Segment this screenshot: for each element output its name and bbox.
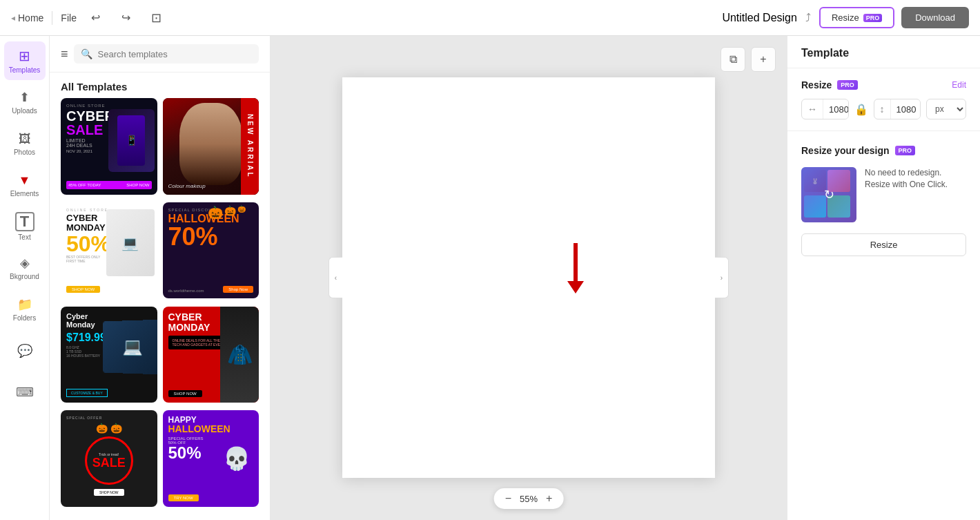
template-card-cyber-sale[interactable]: 📱 ONLINE STORE CYBER SALE LIMITED 24H DE…: [61, 98, 157, 195]
topbar: ◂ Home File ↩ ↪ ⊡ Untitled Design ⤴ Resi…: [0, 0, 980, 36]
bottom-bar: 45% OFF TODAY SHOP NOW: [66, 181, 152, 189]
template-card-cyber-monday-red[interactable]: CYBERMONDAY ONLINE DEALS FOR ALL THE LAT…: [163, 307, 259, 403]
width-input-group: ↔: [801, 99, 849, 119]
folders-icon: 📁: [17, 297, 32, 312]
customize-btn[interactable]: CUSTOMIZE & BUY: [66, 389, 108, 397]
resize-label: Resize: [801, 79, 832, 90]
icon-sidebar: ⊞ Templates ⬆ Uploads 🖼 Photos ▼ Element…: [0, 36, 50, 520]
topbar-divider: [52, 11, 52, 25]
zoom-out-btn[interactable]: −: [505, 492, 511, 505]
background-label: Bkground: [10, 273, 39, 280]
resize-description: No need to redesign. Resize with One Cli…: [865, 168, 948, 189]
template-card-cyber-monday-white[interactable]: ONLINE STORE CYBERMONDAY 50% BEST OFFERS…: [61, 202, 157, 299]
sidebar-item-folders[interactable]: 📁 Folders: [4, 290, 46, 329]
special-offer: SPECIAL OFFER: [66, 416, 102, 420]
resize-button[interactable]: Resize PRO: [819, 7, 894, 28]
edit-link[interactable]: Edit: [952, 80, 966, 90]
home-label: Home: [18, 12, 43, 23]
home-button[interactable]: ◂ Home: [11, 12, 43, 23]
search-input[interactable]: [98, 49, 252, 59]
pumpkin-area: 🎃 🎃 🎃: [208, 205, 256, 220]
share-icon[interactable]: ⤴: [805, 12, 811, 24]
text-icon: T: [15, 212, 35, 231]
shop-now-halloween[interactable]: Shop Now: [223, 286, 253, 293]
resize-design-button[interactable]: Resize: [801, 233, 966, 256]
template-card-halloween-70[interactable]: 🎃 🎃 🎃 Special Discount HALLOWEEN 70% Sho…: [163, 202, 259, 299]
keyboard-icon: ⌨: [16, 385, 34, 400]
shop-now-trick[interactable]: SHOP NOW: [94, 489, 124, 496]
comments-icon: 💬: [17, 343, 32, 358]
main-layout: ⊞ Templates ⬆ Uploads 🖼 Photos ▼ Element…: [0, 36, 980, 520]
online-store-label: ONLINE STORE: [66, 104, 152, 108]
templates-panel-header: ≡ 🔍: [50, 36, 270, 73]
search-bar: 🔍: [74, 44, 259, 64]
document-title: Untitled Design: [722, 12, 797, 24]
design-canvas[interactable]: ‹ ›: [342, 77, 715, 478]
redo-button[interactable]: ↪: [115, 7, 137, 29]
download-label: Download: [915, 12, 955, 23]
resize-label-row: Resize PRO: [801, 79, 858, 90]
right-panel-title: Template: [801, 47, 849, 59]
halloween-figure: 💀: [217, 410, 256, 507]
template-card-trick-treat[interactable]: SPECIAL OFFER 🎃 🎃 Trick or treat! SALE S…: [61, 410, 157, 507]
templates-panel: ≡ 🔍 All Templates 📱 ONLINE STORE CYBER S…: [50, 36, 271, 520]
arrow-head: [567, 281, 584, 293]
try-now-btn[interactable]: TRY NOW: [168, 494, 199, 501]
add-page-btn[interactable]: +: [751, 47, 776, 72]
right-panel-header: Template: [787, 36, 980, 68]
sidebar-item-uploads[interactable]: ⬆ Uploads: [4, 83, 46, 122]
right-panel: Template Resize PRO Edit ↔ 🔒 ↕: [787, 36, 980, 520]
templates-label: Templates: [9, 66, 41, 74]
zoom-bar: − 55% +: [494, 488, 564, 509]
templates-title: All Templates: [50, 73, 270, 98]
dimension-row: ↔ 🔒 ↕ px in mm: [801, 99, 966, 119]
unit-select[interactable]: px in mm: [926, 99, 966, 119]
undo-button[interactable]: ↩: [85, 7, 107, 29]
resize-preview-text: No need to redesign. Resize with One Cli…: [865, 167, 966, 191]
right-collapse-btn[interactable]: ›: [715, 257, 729, 298]
template-card-cyber-monday-laptop[interactable]: CyberMonday $719.99 8.0 GHZ1 TB SSD16 HO…: [61, 307, 157, 403]
file-menu[interactable]: File: [61, 12, 77, 23]
background-icon: ◈: [20, 256, 30, 271]
resize-design-section: Resize your design PRO 🐰 ↻: [787, 131, 980, 270]
download-button[interactable]: Download: [901, 7, 969, 28]
duplicate-canvas-btn[interactable]: ⧉: [721, 47, 745, 72]
lock-icon[interactable]: 🔒: [854, 103, 868, 116]
resize-section-header: Resize PRO Edit: [801, 79, 966, 90]
width-input[interactable]: [823, 100, 849, 119]
canvas-toolbar: ⧉ +: [721, 47, 776, 72]
laptop-3d: 💻: [103, 319, 157, 374]
sidebar-item-comments[interactable]: 💬: [4, 331, 46, 370]
duplicate-icon: ⧉: [729, 53, 737, 66]
site-label: ds.worldtheme.com: [168, 289, 204, 293]
topbar-center: Untitled Design ⤴: [722, 12, 811, 24]
shop-now-red[interactable]: SHOP NOW: [168, 390, 202, 397]
hamburger-menu[interactable]: ≡: [61, 47, 68, 61]
resize-button-label: Resize: [832, 12, 859, 23]
resize-pro-badge-right: PRO: [837, 80, 858, 90]
sale-circle: Trick or treat! SALE: [85, 436, 133, 485]
sidebar-item-background[interactable]: ◈ Bkground: [4, 249, 46, 287]
template-card-happy-halloween[interactable]: HAPPY HALLOWEEN SPECIAL OFFERS50% OFF 50…: [163, 410, 259, 507]
height-input[interactable]: [891, 100, 921, 119]
phone-mockup: 📱: [108, 109, 155, 172]
zoom-level: 55%: [520, 494, 538, 504]
search-icon: 🔍: [81, 48, 92, 59]
resize-pro-badge: PRO: [863, 14, 883, 22]
sidebar-item-templates[interactable]: ⊞ Templates: [4, 41, 46, 80]
photos-label: Photos: [14, 148, 35, 156]
add-icon: +: [760, 53, 766, 66]
sidebar-item-photos[interactable]: 🖼 Photos: [4, 124, 46, 163]
sidebar-item-text[interactable]: T Text: [4, 207, 46, 246]
width-icon: ↔: [802, 99, 823, 119]
new-arrival-side: NEW ARRIAL: [241, 98, 259, 195]
template-card-new-arrival[interactable]: Colour makeup NEW ARRIAL: [163, 98, 259, 195]
folders-label: Folders: [13, 314, 36, 322]
left-collapse-btn[interactable]: ‹: [329, 257, 342, 298]
save-icon-button[interactable]: ⊡: [146, 7, 168, 29]
zoom-in-btn[interactable]: +: [546, 492, 552, 505]
sidebar-item-keyboard[interactable]: ⌨: [4, 373, 46, 412]
sidebar-item-elements[interactable]: ▼ Elements: [4, 166, 46, 204]
shop-now-btn[interactable]: SHOP NOW: [66, 286, 100, 293]
resize-section: Resize PRO Edit ↔ 🔒 ↕ px in mm: [787, 68, 980, 131]
